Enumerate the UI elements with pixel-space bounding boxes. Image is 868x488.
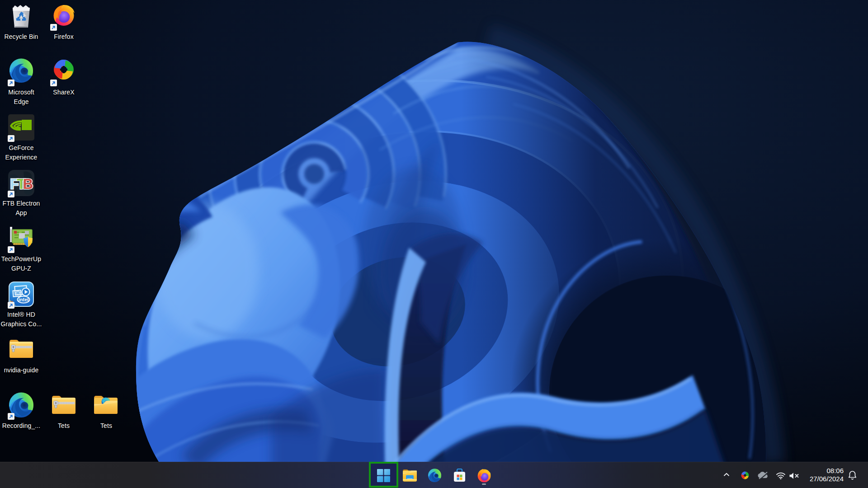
svg-text:B: B	[23, 176, 33, 192]
svg-text:intel: intel	[19, 297, 29, 302]
